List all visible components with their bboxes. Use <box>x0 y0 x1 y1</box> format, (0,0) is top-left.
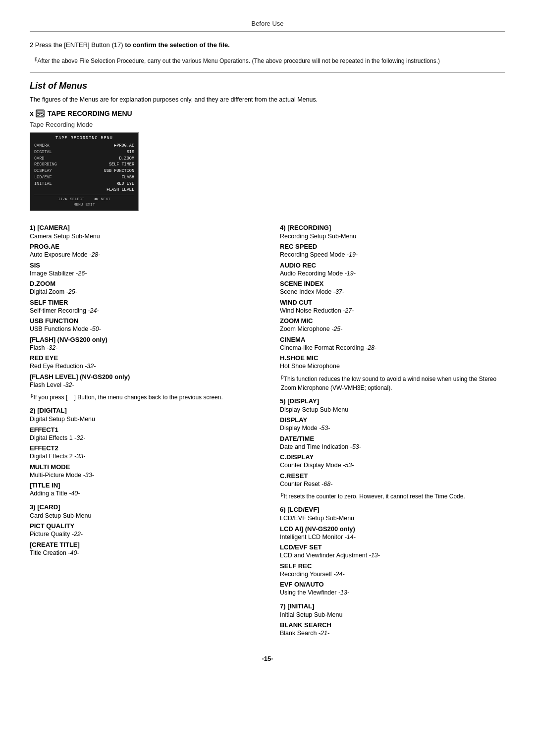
step-1-label: 1) [CAMERA] <box>30 224 255 231</box>
item-rec-speed: REC SPEED Recording Speed Mode -19- <box>280 243 505 260</box>
c-display-head: C.DISPLAY <box>280 453 505 461</box>
item-hshoe-mic: H.SHOE MIC Hot Shoe Microphone <box>280 354 505 371</box>
pict-quality-desc: Picture Quality -22- <box>30 530 255 539</box>
title-in-head: [TITLE IN] <box>30 482 255 489</box>
audio-rec-head: AUDIO REC <box>280 262 505 269</box>
c-display-desc: Counter Display Mode -53- <box>280 461 505 470</box>
item-c-display: C.DISPLAY Counter Display Mode -53- <box>280 453 505 470</box>
note-c-reset: pIt resets the counter to zero. However,… <box>281 490 505 501</box>
item-card: 3) [CARD] Card Setup Sub-Menu <box>30 503 255 521</box>
tape-recording-menu-title: TAPE RECORDING MENU <box>48 109 132 117</box>
item-effect2: EFFECT2 Digital Effects 2 -33- <box>30 444 255 461</box>
sis-head: SIS <box>30 262 255 269</box>
note-wind-noise: pThis function reduces the low sound to … <box>281 373 505 392</box>
cinema-head: CINEMA <box>280 336 505 343</box>
item-initial: 7) [INITIAL] Initial Setup Sub-Menu <box>280 602 505 620</box>
svg-rect-4 <box>37 111 43 112</box>
explanation-text: The figures of the Menus are for explana… <box>30 95 505 105</box>
item-audio-rec: AUDIO REC Audio Recording Mode -19- <box>280 262 505 278</box>
section-title: List of Menus <box>30 81 505 91</box>
menu-row-8: FLASH LEVEL <box>34 187 134 193</box>
zoom-mic-head: ZOOM MIC <box>280 317 505 324</box>
flash-head: [FLASH] (NV-GS200 only) <box>30 336 255 343</box>
menu-row-2: DIGITAL SIS <box>34 149 134 156</box>
menu-bottom: II/▶ SELECT ◄► NEXTMENU EXIT <box>34 195 134 207</box>
lcd-ai-head: LCD AI] (NV-GS200 only) <box>280 525 505 533</box>
item-c-reset: C.RESET Counter Reset -68- <box>280 472 505 489</box>
step2-num: (17) <box>111 41 123 49</box>
multi-mode-desc: Multi-Picture Mode -33- <box>30 471 255 480</box>
item-date-time: DATE/TIME Date and Time Indication -53- <box>280 435 505 452</box>
initial-sub-desc: Initial Setup Sub-Menu <box>280 611 505 620</box>
wind-cut-desc: Wind Noise Reduction -27- <box>280 307 505 316</box>
item-cinema: CINEMA Cinema-like Format Recording -28- <box>280 336 505 353</box>
create-title-head: [CREATE TITLE] <box>30 541 255 548</box>
press-enter-text: 2 Press the [ENTER] Button (17) to confi… <box>30 40 505 50</box>
menu-row-3: CARD D.ZOOM <box>34 156 134 162</box>
zoom-mic-desc: Zoom Microphone -25- <box>280 325 505 334</box>
hshoe-mic-desc: Hot Shoe Microphone <box>280 362 505 371</box>
recording-desc: Recording Setup Sub-Menu <box>280 232 505 241</box>
sis-desc: Image Stabilizer -26- <box>30 270 255 278</box>
self-rec-head: SELF REC <box>280 562 505 570</box>
card-desc: Card Setup Sub-Menu <box>30 512 255 521</box>
menu-row-1: CAMERA ►PROG.AE <box>34 143 134 149</box>
multi-mode-head: MULTI MODE <box>30 463 255 471</box>
item-self-rec: SELF REC Recording Yourself -24- <box>280 562 505 579</box>
svg-rect-3 <box>38 113 42 114</box>
step-6-label: 6) [LCD/EVF] <box>280 506 505 513</box>
usb-function-desc: USB Functions Mode -50- <box>30 325 255 334</box>
wind-cut-head: WIND CUT <box>280 299 505 306</box>
blank-search-desc: Blank Search -21- <box>280 629 505 638</box>
page-header: Before Use <box>30 20 505 27</box>
menu-row-6: LCD/EVF FLASH <box>34 174 134 181</box>
menu-screenshot: TAPE RECORDING MENU CAMERA ►PROG.AE DIGI… <box>30 132 139 211</box>
item-display-mode: DISPLAY Display Mode -53- <box>280 416 505 433</box>
pict-quality-head: PICT QUALITY <box>30 522 255 530</box>
create-title-desc: Title Creation -40- <box>30 549 255 558</box>
c-reset-desc: Counter Reset -68- <box>280 480 505 489</box>
self-timer-head: SELF TIMER <box>30 299 255 306</box>
item-zoom-mic: ZOOM MIC Zoom Microphone -25- <box>280 317 505 334</box>
item-recording: 4) [RECORDING] Recording Setup Sub-Menu <box>280 224 505 241</box>
item-title-in: [TITLE IN] Adding a Title -40- <box>30 482 255 498</box>
item-prog-ae: PROG.AE Auto Exposure Mode -28- <box>30 243 255 260</box>
two-col-layout: 1) [CAMERA] Camera Setup Sub-Menu PROG.A… <box>30 219 505 640</box>
note-text: After the above File Selection Procedure… <box>38 57 440 64</box>
self-rec-desc: Recording Yourself -24- <box>280 570 505 579</box>
blank-search-head: BLANK SEARCH <box>280 621 505 629</box>
item-wind-cut: WIND CUT Wind Noise Reduction -27- <box>280 299 505 316</box>
tape-recording-menu-header: x TAPE RECORDING MENU <box>30 109 505 118</box>
flash-desc: Flash -32- <box>30 344 255 353</box>
hshoe-mic-head: H.SHOE MIC <box>280 354 505 362</box>
item-evf-on-auto: EVF ON/AUTO Using the Viewfinder -13- <box>280 581 505 597</box>
flash-level-head: [FLASH LEVEL] (NV-GS200 only) <box>30 373 255 380</box>
x-mark: x <box>30 109 34 117</box>
date-time-head: DATE/TIME <box>280 435 505 442</box>
scene-index-desc: Scene Index Mode -37- <box>280 288 505 297</box>
note-prev-screen: pIf you press [ ] Button, the menu chang… <box>31 391 255 402</box>
page-number: -15- <box>30 655 505 662</box>
step-4-label: 4) [RECORDING] <box>280 224 505 231</box>
effect2-desc: Digital Effects 2 -33- <box>30 452 255 461</box>
step2-label: 2 Press the [ENTER] Button <box>30 41 110 49</box>
page: Before Use 2 Press the [ENTER] Button (1… <box>0 0 535 756</box>
usb-function-head: USB FUNCTION <box>30 317 255 324</box>
display-mode-desc: Display Mode -53- <box>280 424 505 433</box>
lcd-evf-set-head: LCD/EVF SET <box>280 543 505 551</box>
item-scene-index: SCENE INDEX Scene Index Mode -37- <box>280 280 505 297</box>
display-mode-head: DISPLAY <box>280 416 505 424</box>
evf-on-auto-desc: Using the Viewfinder -13- <box>280 589 505 597</box>
scene-index-head: SCENE INDEX <box>280 280 505 287</box>
rec-speed-desc: Recording Speed Mode -19- <box>280 251 505 260</box>
evf-on-auto-head: EVF ON/AUTO <box>280 581 505 588</box>
display-sub-desc: Display Setup Sub-Menu <box>280 406 505 415</box>
top-divider <box>30 31 505 32</box>
effect1-desc: Digital Effects 1 -32- <box>30 434 255 443</box>
item-sis: SIS Image Stabilizer -26- <box>30 262 255 278</box>
step2-bold: to confirm the selection of the file. <box>125 41 230 49</box>
item-blank-search: BLANK SEARCH Blank Search -21- <box>280 621 505 638</box>
camera-desc: Camera Setup Sub-Menu <box>30 232 255 241</box>
step-7-label: 7) [INITIAL] <box>280 602 505 610</box>
audio-rec-desc: Audio Recording Mode -19- <box>280 270 505 278</box>
